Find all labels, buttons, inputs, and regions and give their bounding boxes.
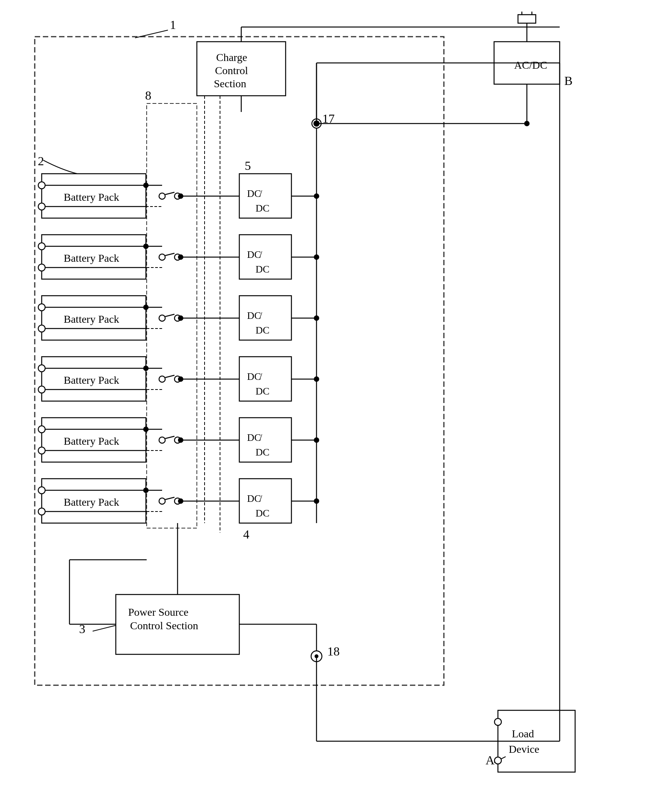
svg-line-11 xyxy=(165,436,174,439)
dcdc-5-box xyxy=(239,418,291,462)
switch-1-contact-a xyxy=(159,193,165,199)
battery-pack-6-box xyxy=(42,479,146,523)
charge-control-text-3: Section xyxy=(214,78,246,90)
battery-pack-6-text: Battery Pack xyxy=(64,496,119,508)
acdc-bot-junc xyxy=(524,121,530,126)
sw6-right-junc xyxy=(178,498,183,504)
bat1-term-bot xyxy=(38,203,45,210)
battery-pack-5-text: Battery Pack xyxy=(64,435,119,447)
battery-pack-2-box xyxy=(42,235,146,279)
acdc-box xyxy=(494,42,560,84)
dcdc-2-box xyxy=(239,235,291,279)
bat1-junc-top xyxy=(143,183,149,188)
power-control-text-2: Control Section xyxy=(130,620,198,632)
dcdc-6-box xyxy=(239,479,291,523)
sw3-right-junc xyxy=(178,315,183,321)
dcdc-1-box xyxy=(239,174,291,218)
bat6-term-top xyxy=(38,487,45,494)
dcdc-3-text-bot: DC xyxy=(256,325,269,336)
dcdc-2-text-bot: DC xyxy=(256,264,269,275)
bat3-junc-top xyxy=(143,305,149,310)
dcdc-3-box xyxy=(239,296,291,340)
battery-pack-4-text: Battery Pack xyxy=(64,374,119,386)
load-device-text-2: Device xyxy=(509,743,539,755)
bat4-term-top xyxy=(38,365,45,372)
dcdc-4-box xyxy=(239,357,291,401)
charge-control-text-1: Charge xyxy=(216,51,247,63)
dcdc-5-text-top: DC xyxy=(247,432,261,443)
ref-17-label: 17 xyxy=(322,112,335,125)
ref-A-label: A xyxy=(486,753,494,767)
dcdc-6-text-top: DC xyxy=(247,493,261,504)
switch-6-contact-a xyxy=(159,498,165,504)
battery-pack-3-box xyxy=(42,296,146,340)
dcdc-5-text-bot: DC xyxy=(256,447,269,458)
battery-pack-1-box xyxy=(42,174,146,218)
switch-4-contact-a xyxy=(159,376,165,382)
power-control-box xyxy=(116,595,239,654)
bus-node17-junc xyxy=(313,120,320,127)
charge-control-box xyxy=(197,42,286,96)
ref-4-label: 4 xyxy=(243,527,249,541)
ref-1-label: 1 xyxy=(170,18,176,32)
dcdc-1-text-top: DC xyxy=(247,188,261,199)
ref-8-label: 8 xyxy=(145,88,151,102)
battery-pack-2-text: Battery Pack xyxy=(64,252,119,264)
svg-rect-2 xyxy=(518,15,536,23)
switch-5-contact-a xyxy=(159,437,165,443)
charge-control-text-2: Control xyxy=(215,64,248,76)
bat5-junc-top xyxy=(143,427,149,432)
dcdc-2-slash: / xyxy=(259,249,262,260)
load-device-text-1: Load xyxy=(512,728,534,740)
dcdc-3-slash: / xyxy=(259,310,262,321)
system-boundary xyxy=(35,37,444,685)
bat5-term-bot xyxy=(38,447,45,454)
bat6-junc-top xyxy=(143,488,149,493)
bat2-junc-top xyxy=(143,244,149,249)
bat2-term-bot xyxy=(38,264,45,271)
battery-pack-1-text: Battery Pack xyxy=(64,191,119,203)
svg-line-0 xyxy=(135,30,168,38)
dcdc-1-text-bot: DC xyxy=(256,203,269,214)
ref-5-label: 5 xyxy=(245,159,251,173)
dcdc-4-text-top: DC xyxy=(247,371,261,382)
svg-line-7 xyxy=(165,192,174,195)
svg-line-6 xyxy=(494,757,506,762)
switch-1-contact-b xyxy=(174,193,181,199)
switch-group-box xyxy=(147,103,197,528)
dcdc-4-text-bot: DC xyxy=(256,386,269,397)
svg-line-5 xyxy=(93,625,116,631)
dcdc-5-slash: / xyxy=(259,432,262,443)
node-18-dot xyxy=(315,654,318,658)
junction-1 xyxy=(314,193,319,199)
svg-line-12 xyxy=(165,497,174,500)
bat3-term-top xyxy=(38,304,45,311)
sw5-right-junc xyxy=(178,437,183,443)
load-term-top xyxy=(494,718,501,725)
dcdc-4-slash: / xyxy=(259,371,262,382)
switch-4-contact-b xyxy=(174,376,181,382)
load-device-box xyxy=(498,710,575,772)
junction-2 xyxy=(314,254,319,260)
load-term-bot xyxy=(494,757,501,764)
dcdc-2-text-top: DC xyxy=(247,249,261,260)
dcdc-1-slash: / xyxy=(259,188,262,199)
bat5-term-top xyxy=(38,426,45,433)
dcdc-6-slash: / xyxy=(259,493,262,504)
junction-6 xyxy=(314,498,319,504)
svg-line-8 xyxy=(165,253,174,256)
switch-3-contact-a xyxy=(159,315,165,321)
ref-2-label: 2 xyxy=(38,154,44,168)
sw4-right-junc xyxy=(178,376,183,382)
power-control-text-1: Power Source xyxy=(128,606,188,618)
switch-2-contact-b xyxy=(174,254,181,260)
bat3-term-bot xyxy=(38,325,45,332)
acdc-text: AC/DC xyxy=(514,59,547,71)
ref-3-label: 3 xyxy=(79,622,85,636)
bat1-term-top xyxy=(38,182,45,189)
dcdc-6-text-bot: DC xyxy=(256,508,269,519)
sw2-right-junc xyxy=(178,254,183,260)
bat4-term-bot xyxy=(38,386,45,393)
svg-line-9 xyxy=(165,314,174,317)
bat4-junc-top xyxy=(143,366,149,371)
